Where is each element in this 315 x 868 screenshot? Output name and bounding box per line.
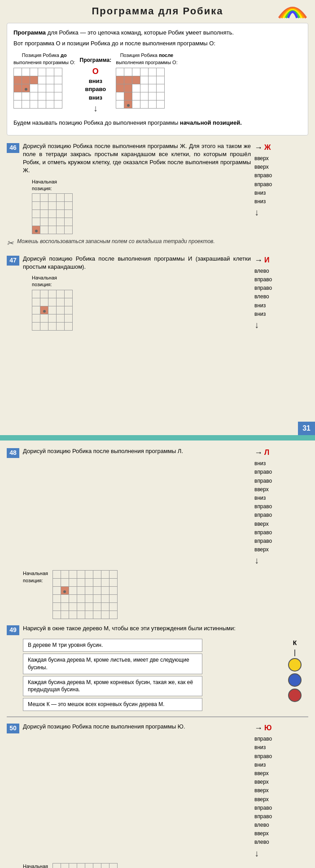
step4: вниз [254, 761, 272, 769]
step-down1: вниз [89, 77, 102, 85]
task49-box3: Каждая бусина дерева М, кроме корневых б… [23, 676, 202, 697]
step13: влево [254, 838, 272, 846]
task-46-text: Дорисуй позицию Робика после выполнения … [23, 142, 251, 175]
task-48-section: 48 Дорисуй позицию Робика после выполнен… [7, 447, 308, 619]
step9: вправо [254, 804, 272, 812]
task46-grid [32, 193, 73, 234]
step1: вправо [254, 735, 272, 743]
scissors-icon: ✂ [7, 238, 13, 249]
page1: Программа для Робика Программа для Робик… [0, 0, 315, 435]
arrow-right-50-icon: → [254, 723, 262, 734]
step5: вниз [254, 189, 272, 197]
step4: вправо [254, 180, 272, 189]
task46-note: ✂ Можешь воспользоваться запасным полем … [7, 238, 308, 249]
title-text: Программа для Робика [92, 5, 223, 17]
task50-content: Начальнаяпозиция: [23, 863, 308, 868]
task48-grid [52, 570, 118, 619]
after-grid [116, 68, 165, 109]
step6: вправо [254, 502, 272, 511]
task-47-right: → И влево вправо вправо влево вниз вниз … [254, 255, 308, 331]
task49-boxes: В дереве М три уровня бусин. Каждая буси… [23, 639, 275, 711]
program-demo: Позиция Робика довыполнения программы О: [13, 52, 302, 114]
task46-prog-header: → Ж [254, 142, 271, 153]
step1: вверх [254, 154, 272, 163]
task-46-main: Дорисуй позицию Робика после выполнения … [23, 142, 308, 235]
task46-prog-steps: вверх вверх вправо вправо вниз вниз [254, 154, 272, 206]
task50-grid [52, 863, 118, 868]
task-48-text: Дорисуй позицию Робика после выполнения … [23, 447, 251, 455]
task46-note-text: Можешь воспользоваться запасным полем со… [17, 238, 215, 245]
info-line2: Вот программа О и позиции Робика до и по… [13, 39, 302, 48]
page-number-31: 31 [298, 422, 315, 435]
k-label: К [293, 639, 297, 648]
task46-start-pos: Начальнаяпозиция: [32, 179, 73, 235]
after-label: Позиция Робика послевыполнения программы… [116, 52, 178, 66]
task50-prog-header: → Ю [254, 723, 272, 734]
task-50-right: → Ю вправо вниз вправо вниз вверх вверх … [254, 723, 308, 859]
task-50-main: Дорисуй позицию Робика после выполнения … [23, 723, 308, 859]
task-50-section: 50 Дорисуй позицию Робика после выполнен… [7, 723, 308, 868]
arrow-right-48-icon: → [254, 447, 262, 458]
arrow-down-46-icon: ↓ [254, 206, 259, 218]
task-48-right: → Л вниз вправо вправо вверх вниз вправо… [254, 447, 308, 567]
task-47-num: 47 [7, 256, 19, 266]
step8: вверх [254, 520, 272, 528]
connector-line [294, 650, 295, 656]
step7: вправо [254, 511, 272, 519]
task49-content: В дереве М три уровня бусин. Каждая буси… [23, 639, 308, 711]
arrow-down-50-icon: ↓ [254, 847, 259, 859]
task50-start-label: Начальнаяпозиция: [23, 863, 48, 868]
task-50-body: Дорисуй позицию Робика после выполнения … [23, 723, 251, 731]
task-46-right: → Ж вверх вверх вправо вправо вниз вниз … [254, 142, 308, 218]
step5: вниз [254, 301, 272, 310]
rainbow-icon [277, 2, 308, 20]
bold-programa: Программа [13, 29, 46, 36]
step9: вправо [254, 528, 272, 537]
step4: влево [254, 292, 272, 301]
before-position: Позиция Робика довыполнения программы О: [13, 52, 75, 109]
step1: вниз [254, 459, 272, 468]
step2: вниз [254, 743, 272, 752]
before-grid [13, 68, 62, 109]
task-46-section: 46 Дорисуй позицию Робика после выполнен… [7, 142, 308, 249]
step1: влево [254, 267, 272, 275]
teal-divider [0, 435, 315, 441]
step7: вверх [254, 786, 272, 795]
page2: 48 Дорисуй позицию Робика после выполнен… [0, 441, 315, 868]
task47-grid [32, 290, 73, 331]
arrow-right-icon: → [254, 142, 262, 153]
task-47-main: Дорисуй позицию Робика после выполнения … [23, 255, 308, 331]
task-46-num: 46 [7, 143, 19, 153]
step3: вправо [254, 477, 272, 485]
step2: вправо [254, 468, 272, 476]
task47-start-pos: Начальнаяпозиция: [32, 275, 73, 331]
task50-prog-steps: вправо вниз вправо вниз вверх вверх ввер… [254, 735, 272, 846]
arrow-down-48-icon: ↓ [254, 554, 259, 567]
divider [7, 716, 308, 717]
after-position: Позиция Робика послевыполнения программы… [116, 52, 178, 109]
task-49-section: 49 Нарисуй в окне такое дерево М, чтобы … [7, 624, 308, 711]
task-47-body: Дорисуй позицию Робика после выполнения … [23, 255, 251, 331]
task-50-row: 50 Дорисуй позицию Робика после выполнен… [7, 723, 308, 859]
step6: вниз [254, 310, 272, 318]
arrow-right-47-icon: → [254, 255, 262, 266]
arrow-down-47-icon: ↓ [254, 318, 259, 331]
task-46-row: 46 Дорисуй позицию Робика после выполнен… [7, 142, 308, 235]
task-48-main: Дорисуй позицию Робика после выполнения … [23, 447, 308, 567]
step2: вверх [254, 163, 272, 171]
step12: вверх [254, 829, 272, 838]
task48-start-label: Начальнаяпозиция: [23, 570, 48, 584]
step3: вправо [254, 284, 272, 292]
task50-prog-letter: Ю [264, 723, 272, 733]
page-title: Программа для Робика [7, 4, 308, 18]
task48-prog-letter: Л [264, 448, 269, 458]
info-line1: Программа для Робика — это цепочка коман… [13, 29, 302, 37]
task-48-row: 48 Дорисуй позицию Робика после выполнен… [7, 447, 308, 567]
bead-blue [288, 673, 302, 687]
task-46-body: Дорисуй позицию Робика после выполнения … [23, 142, 251, 235]
task48-prog-header: → Л [254, 447, 269, 458]
step11: влево [254, 821, 272, 829]
task-50-num: 50 [7, 724, 19, 733]
task47-prog-letter: И [264, 255, 270, 265]
step2: вправо [254, 275, 272, 284]
